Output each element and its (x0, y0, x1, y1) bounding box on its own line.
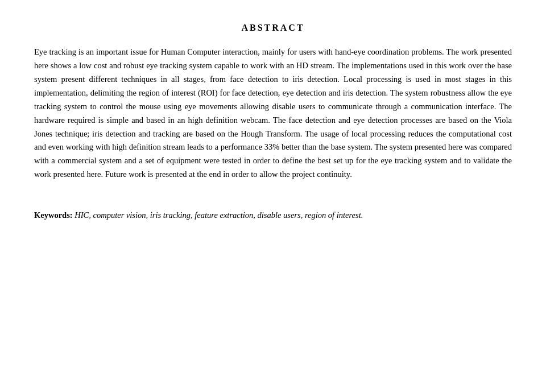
page-content: ABSTRACT Eye tracking is an important is… (34, 23, 512, 222)
abstract-title: ABSTRACT (34, 23, 512, 33)
abstract-paragraph: Eye tracking is an important issue for H… (34, 46, 512, 181)
keywords-section: Keywords: HIC, computer vision, iris tra… (34, 209, 512, 222)
keywords-label: Keywords: (34, 211, 73, 220)
abstract-body: Eye tracking is an important issue for H… (34, 46, 512, 181)
keywords-text: HIC, computer vision, iris tracking, fea… (75, 211, 363, 220)
